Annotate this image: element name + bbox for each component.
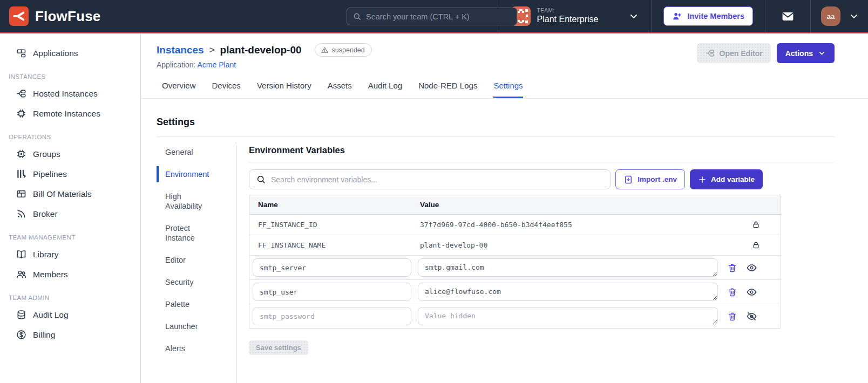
sidebar-item-pipelines[interactable]: Pipelines — [0, 164, 140, 184]
env-var-name: FF_INSTANCE_ID — [249, 221, 411, 229]
tab-assets[interactable]: Assets — [328, 81, 352, 98]
subnav-palette[interactable]: Palette — [165, 297, 217, 311]
delete-variable-button[interactable] — [727, 263, 737, 273]
open-editor-button[interactable]: Open Editor — [697, 43, 771, 63]
table-row: FF_INSTANCE_ID 37f7d969-97cd-4000-b650-b… — [249, 215, 781, 235]
sidebar-item-billing[interactable]: Billing — [0, 325, 140, 345]
applications-icon — [16, 47, 27, 59]
library-icon — [16, 249, 27, 260]
brand-name: FlowFuse — [35, 8, 101, 25]
subnav-alerts[interactable]: Alerts — [165, 341, 217, 355]
flowfuse-logo-icon — [9, 6, 29, 26]
sidebar-item-applications[interactable]: Applications — [0, 43, 140, 63]
column-header-value: Value — [411, 201, 717, 209]
add-variable-button[interactable]: Add variable — [690, 169, 763, 189]
bill-of-materials-icon — [16, 188, 27, 200]
delete-variable-button[interactable] — [727, 311, 737, 322]
warning-triangle-icon — [321, 46, 329, 54]
sidebar-item-bill-of-materials[interactable]: Bill Of Materials — [0, 184, 140, 204]
env-search-input[interactable] — [271, 175, 603, 184]
team-meta: TEAM: Plant Enterprise — [537, 8, 599, 24]
subnav-security[interactable]: Security — [165, 275, 217, 289]
brand[interactable]: FlowFuse — [0, 0, 101, 32]
tab-overview[interactable]: Overview — [162, 81, 196, 98]
search-icon — [256, 174, 266, 184]
audit-log-icon — [16, 309, 27, 320]
delete-variable-button[interactable] — [727, 287, 737, 297]
actions-label: Actions — [785, 49, 813, 58]
hide-value-eye-off-icon[interactable] — [746, 311, 757, 322]
sidebar-item-broker[interactable]: Broker — [0, 204, 140, 224]
sidebar-item-members[interactable]: Members — [0, 264, 140, 284]
notifications-cell[interactable] — [765, 0, 810, 32]
table-header-row: Name Value — [249, 195, 781, 215]
page-header: Instances > plant-develop-00 suspended — [141, 33, 868, 69]
tab-node-red-logs[interactable]: Node-RED Logs — [418, 81, 477, 98]
subnav-high-availability[interactable]: High Availability — [165, 189, 217, 213]
lock-icon — [717, 241, 781, 250]
invite-members-button[interactable]: Invite Members — [663, 6, 753, 26]
flowfuse-app: FlowFuse — [0, 0, 868, 383]
breadcrumb-separator: > — [209, 45, 215, 56]
env-variables-table: Name Value FF_INSTANCE_ID 37f7d969-97cd-… — [249, 195, 781, 329]
env-var-name-input[interactable] — [253, 283, 411, 301]
pipelines-icon — [16, 168, 27, 180]
actions-button[interactable]: Actions — [777, 43, 835, 63]
table-row: FF_INSTANCE_NAME plant-develop-00 — [249, 235, 781, 256]
env-var-value-input[interactable]: smtp.gmail.com — [418, 258, 718, 277]
user-menu[interactable]: aa — [810, 0, 868, 32]
sidebar-item-library[interactable]: Library — [0, 244, 140, 264]
add-variable-label: Add variable — [711, 175, 755, 183]
sidebar-item-audit-log[interactable]: Audit Log — [0, 305, 140, 325]
env-var-value: plant-develop-00 — [411, 241, 717, 249]
settings-subnav: General Environment High Availability Pr… — [157, 145, 236, 383]
sidebar-item-hosted-instances[interactable]: Hosted Instances — [0, 84, 140, 104]
env-var-value-input[interactable]: alice@flowfuse.com — [418, 283, 718, 301]
sidebar-item-label: Bill Of Materials — [33, 189, 92, 199]
invite-members-label: Invite Members — [687, 12, 744, 20]
top-navbar: FlowFuse — [0, 0, 868, 33]
env-var-name: FF_INSTANCE_NAME — [249, 241, 411, 249]
environment-heading: Environment Variables — [249, 145, 834, 162]
subnav-editor[interactable]: Editor — [165, 253, 217, 267]
tab-version-history[interactable]: Version History — [257, 81, 311, 98]
import-env-button[interactable]: Import .env — [615, 169, 685, 189]
sidebar-item-remote-instances[interactable]: Remote Instances — [0, 104, 140, 124]
main-content: Instances > plant-develop-00 suspended — [141, 33, 868, 383]
user-plus-icon — [672, 11, 682, 22]
hosted-instances-icon — [16, 88, 27, 99]
tab-devices[interactable]: Devices — [212, 81, 241, 98]
save-settings-button[interactable]: Save settings — [249, 340, 308, 355]
column-header-name: Name — [249, 201, 411, 209]
global-search[interactable] — [347, 8, 517, 25]
env-var-value-input[interactable] — [418, 307, 718, 325]
sidebar-item-groups[interactable]: Groups — [0, 144, 140, 164]
global-search-input[interactable] — [366, 12, 511, 21]
tab-audit-log[interactable]: Audit Log — [368, 81, 402, 98]
env-search[interactable] — [249, 169, 611, 189]
subnav-launcher[interactable]: Launcher — [165, 319, 217, 333]
subnav-general[interactable]: General — [165, 145, 217, 159]
table-row — [249, 304, 781, 328]
sidebar: Applications INSTANCES Hosted Instances — [0, 33, 141, 383]
sidebar-item-label: Audit Log — [33, 310, 69, 320]
show-value-eye-icon[interactable] — [746, 262, 757, 273]
subnav-environment[interactable]: Environment — [165, 167, 217, 181]
breadcrumb-instances-link[interactable]: Instances — [157, 44, 204, 56]
remote-instances-icon — [16, 108, 27, 119]
env-var-name-input[interactable] — [253, 307, 411, 325]
team-selector[interactable]: TEAM: Plant Enterprise — [498, 0, 652, 32]
open-editor-label: Open Editor — [720, 49, 763, 58]
show-value-eye-icon[interactable] — [746, 286, 757, 298]
subnav-protect-instance[interactable]: Protect Instance — [165, 221, 217, 245]
sidebar-item-label: Remote Instances — [33, 109, 100, 119]
sidebar-section-team-admin: TEAM ADMIN — [0, 295, 140, 301]
table-row: alice@flowfuse.com — [249, 280, 781, 304]
invite-members-cell: Invite Members — [651, 0, 765, 32]
tab-settings[interactable]: Settings — [493, 81, 523, 98]
application-link[interactable]: Acme Plant — [198, 60, 236, 69]
lock-icon — [717, 220, 781, 229]
env-var-name-input[interactable] — [253, 258, 411, 277]
members-icon — [16, 269, 27, 280]
team-name: Plant Enterprise — [537, 14, 599, 24]
